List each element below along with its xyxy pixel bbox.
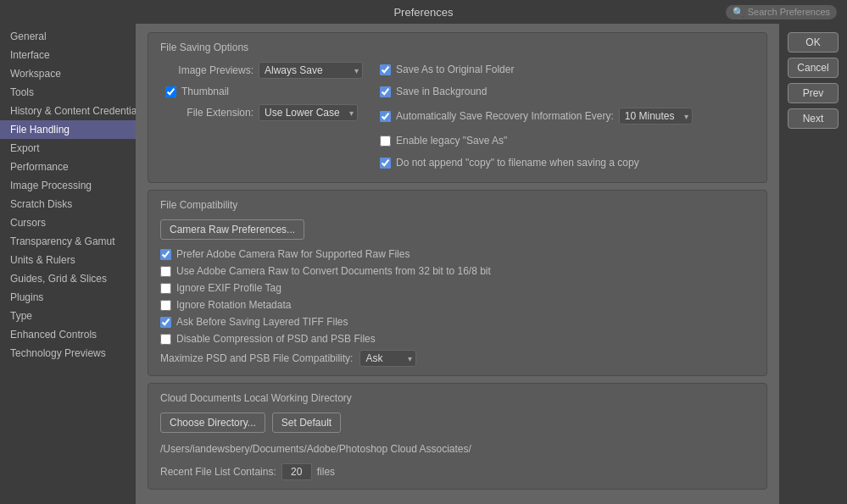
file-saving-options-section: File Saving Options Image Previews: Alwa… xyxy=(148,32,767,183)
sidebar-item-3[interactable]: Tools xyxy=(0,83,136,102)
sidebar-item-10[interactable]: Cursors xyxy=(0,213,136,232)
sidebar-item-7[interactable]: Performance xyxy=(0,158,136,176)
save-in-background-row: Save in Background xyxy=(380,86,755,97)
sidebar-item-6[interactable]: Export xyxy=(0,139,136,158)
maximize-psd-row: Maximize PSD and PSB File Compatibility:… xyxy=(160,350,755,367)
do-not-append-copy-label: Do not append "copy" to filename when sa… xyxy=(396,157,639,169)
thumbnail-row: Thumbnail xyxy=(165,86,363,97)
compat-checkbox-label-1: Use Adobe Camera Raw to Convert Document… xyxy=(176,265,491,277)
file-extension-select-wrapper[interactable]: Use Lower Case Use Upper Case xyxy=(259,104,358,121)
enable-legacy-save-as-label: Enable legacy "Save As" xyxy=(396,135,507,147)
maximize-psd-select[interactable]: Ask Always Never xyxy=(359,350,416,367)
action-buttons-panel: OK Cancel Prev Next xyxy=(779,24,847,504)
choose-directory-button[interactable]: Choose Directory... xyxy=(160,413,265,433)
sidebar-item-12[interactable]: Units & Rulers xyxy=(0,251,136,269)
compat-checkbox-label-5: Disable Compression of PSD and PSB Files xyxy=(176,333,376,345)
next-button[interactable]: Next xyxy=(788,108,839,129)
cloud-buttons-row: Choose Directory... Set Default xyxy=(160,413,755,433)
dialog-title: Preferences xyxy=(393,6,453,19)
sidebar-item-1[interactable]: Interface xyxy=(0,46,136,64)
search-placeholder: Search Preferences xyxy=(748,7,830,17)
content-area: File Saving Options Image Previews: Alwa… xyxy=(136,24,779,504)
sidebar-item-11[interactable]: Transparency & Gamut xyxy=(0,232,136,251)
main-content: GeneralInterfaceWorkspaceToolsHistory & … xyxy=(0,24,847,504)
sidebar-item-13[interactable]: Guides, Grid & Slices xyxy=(0,269,136,288)
sidebar-item-17[interactable]: Technology Previews xyxy=(0,344,136,363)
compat-checkbox-1[interactable] xyxy=(160,266,171,277)
recent-file-unit: files xyxy=(317,466,335,478)
image-previews-row: Image Previews: Always Save Never Save A… xyxy=(160,62,363,79)
save-in-background-label: Save in Background xyxy=(396,86,487,97)
enable-legacy-save-as-checkbox[interactable] xyxy=(380,136,391,147)
sidebar-item-14[interactable]: Plugins xyxy=(0,288,136,307)
save-in-background-checkbox[interactable] xyxy=(380,86,391,97)
cloud-documents-section: Cloud Documents Local Working Directory … xyxy=(148,383,767,490)
cloud-directory-path: /Users/iandewsbery/Documents/Adobe/Photo… xyxy=(160,440,755,458)
search-icon: 🔍 xyxy=(733,7,744,18)
compat-checkbox-label-3: Ignore Rotation Metadata xyxy=(176,299,291,311)
image-previews-select-wrapper[interactable]: Always Save Never Save Ask When Saving xyxy=(259,62,363,79)
compat-checkbox-row-0: Prefer Adobe Camera Raw for Supported Ra… xyxy=(160,248,755,260)
enable-legacy-save-as-row: Enable legacy "Save As" xyxy=(380,135,755,147)
sidebar-item-5[interactable]: File Handling xyxy=(0,120,136,139)
compat-checkbox-4[interactable] xyxy=(160,317,171,328)
title-bar: Preferences 🔍 Search Preferences xyxy=(0,0,847,24)
sidebar-item-16[interactable]: Enhanced Controls xyxy=(0,325,136,344)
compat-checkbox-row-2: Ignore EXIF Profile Tag xyxy=(160,282,755,294)
sidebar-item-0[interactable]: General xyxy=(0,27,136,46)
auto-save-recovery-row: Automatically Save Recovery Information … xyxy=(380,108,755,125)
compat-checkbox-row-3: Ignore Rotation Metadata xyxy=(160,299,755,311)
compat-checkbox-3[interactable] xyxy=(160,300,171,311)
compat-checkbox-row-5: Disable Compression of PSD and PSB Files xyxy=(160,333,755,345)
prev-button[interactable]: Prev xyxy=(788,83,839,103)
maximize-psd-label: Maximize PSD and PSB File Compatibility: xyxy=(160,352,353,364)
sidebar: GeneralInterfaceWorkspaceToolsHistory & … xyxy=(0,24,136,504)
compat-checkbox-row-1: Use Adobe Camera Raw to Convert Document… xyxy=(160,265,755,277)
camera-raw-preferences-button[interactable]: Camera Raw Preferences... xyxy=(160,219,304,240)
compat-checkbox-label-0: Prefer Adobe Camera Raw for Supported Ra… xyxy=(176,248,410,260)
search-area[interactable]: 🔍 Search Preferences xyxy=(726,5,837,19)
auto-save-interval-wrapper[interactable]: 1 Minute 5 Minutes 10 Minutes 15 Minutes… xyxy=(619,108,693,125)
sidebar-item-4[interactable]: History & Content Credentials xyxy=(0,102,136,120)
compat-checkbox-2[interactable] xyxy=(160,283,171,294)
file-extension-row: File Extension: Use Lower Case Use Upper… xyxy=(160,104,363,121)
compat-checkbox-label-4: Ask Before Saving Layered TIFF Files xyxy=(176,316,348,328)
sidebar-item-2[interactable]: Workspace xyxy=(0,64,136,83)
compat-checkbox-row-4: Ask Before Saving Layered TIFF Files xyxy=(160,316,755,328)
file-extension-label: File Extension: xyxy=(160,107,254,119)
compat-checkbox-5[interactable] xyxy=(160,334,171,345)
ok-button[interactable]: OK xyxy=(788,32,839,53)
sidebar-item-8[interactable]: Image Processing xyxy=(0,176,136,195)
compat-checkbox-label-2: Ignore EXIF Profile Tag xyxy=(176,282,281,294)
compat-checkboxes: Prefer Adobe Camera Raw for Supported Ra… xyxy=(160,248,755,345)
thumbnail-label: Thumbnail xyxy=(181,86,229,97)
cancel-button[interactable]: Cancel xyxy=(788,58,839,78)
cloud-documents-title: Cloud Documents Local Working Directory xyxy=(160,392,755,404)
compat-checkbox-0[interactable] xyxy=(160,249,171,260)
sidebar-item-15[interactable]: Type xyxy=(0,307,136,325)
auto-save-interval-select[interactable]: 1 Minute 5 Minutes 10 Minutes 15 Minutes… xyxy=(619,108,693,125)
image-previews-select[interactable]: Always Save Never Save Ask When Saving xyxy=(259,62,363,79)
image-previews-label: Image Previews: xyxy=(160,64,254,76)
maximize-psd-select-wrapper[interactable]: Ask Always Never xyxy=(359,350,416,367)
set-default-button[interactable]: Set Default xyxy=(272,413,341,433)
sidebar-item-9[interactable]: Scratch Disks xyxy=(0,195,136,213)
save-as-original-folder-checkbox[interactable] xyxy=(380,64,391,75)
file-saving-title: File Saving Options xyxy=(160,42,755,53)
recent-file-count-input[interactable] xyxy=(281,463,312,480)
thumbnail-checkbox[interactable] xyxy=(165,86,176,97)
file-extension-select[interactable]: Use Lower Case Use Upper Case xyxy=(259,104,358,121)
save-as-original-folder-row: Save As to Original Folder xyxy=(380,64,755,75)
auto-save-recovery-label: Automatically Save Recovery Information … xyxy=(396,110,614,122)
do-not-append-copy-row: Do not append "copy" to filename when sa… xyxy=(380,157,755,169)
recent-file-list-label: Recent File List Contains: xyxy=(160,466,276,478)
file-compatibility-section: File Compatibility Camera Raw Preference… xyxy=(148,190,767,376)
auto-save-recovery-checkbox[interactable] xyxy=(380,111,391,122)
save-as-original-folder-label: Save As to Original Folder xyxy=(396,64,514,75)
recent-file-list-row: Recent File List Contains: files xyxy=(160,463,755,480)
file-compatibility-title: File Compatibility xyxy=(160,199,755,211)
do-not-append-copy-checkbox[interactable] xyxy=(380,158,391,169)
